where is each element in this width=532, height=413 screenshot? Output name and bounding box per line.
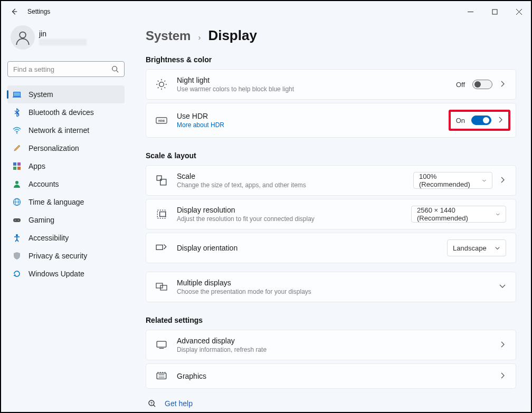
bluetooth-icon	[13, 108, 21, 117]
search-icon	[111, 65, 119, 73]
chevron-right-icon[interactable]	[500, 371, 506, 381]
svg-rect-14	[13, 167, 16, 170]
toggle-state: On	[456, 117, 465, 124]
sidebar-item-accessibility[interactable]: Accessibility	[7, 229, 125, 247]
apps-icon	[13, 162, 21, 170]
chevron-right-icon[interactable]	[498, 116, 504, 125]
chevron-right-icon[interactable]	[500, 80, 506, 89]
night-light-toggle[interactable]	[472, 80, 492, 89]
graphics-icon	[156, 370, 167, 382]
help-icon: ?	[148, 399, 156, 408]
search-input[interactable]	[7, 61, 125, 77]
sidebar-item-label: Accounts	[28, 180, 59, 188]
card-title: Use HDR	[177, 112, 449, 120]
toggle-state: Off	[456, 81, 465, 89]
svg-rect-42	[157, 341, 166, 347]
card-subtitle: Change the size of text, apps, and other…	[177, 181, 413, 189]
multiple-displays-icon	[156, 281, 167, 293]
sidebar-item-personalization[interactable]: Personalization	[7, 139, 125, 157]
card-multiple-displays[interactable]: Multiple displays Choose the presentatio…	[146, 272, 516, 302]
breadcrumb-current: Display	[208, 27, 257, 44]
resolution-dropdown[interactable]: 2560 × 1440 (Recommended)	[411, 206, 506, 223]
get-help-link[interactable]: ? Get help	[148, 399, 516, 408]
user-profile[interactable]: jin	[7, 25, 125, 50]
dropdown-value: Landscape	[453, 244, 487, 252]
svg-rect-39	[156, 245, 163, 250]
chevron-right-icon[interactable]	[500, 176, 506, 185]
globe-icon	[13, 198, 21, 206]
svg-rect-44	[157, 373, 166, 379]
chevron-right-icon[interactable]	[500, 340, 506, 350]
card-graphics[interactable]: Graphics	[146, 363, 516, 389]
breadcrumb-parent[interactable]: System	[146, 28, 191, 43]
sidebar-item-privacy[interactable]: Privacy & security	[7, 247, 125, 265]
card-title: Display orientation	[177, 244, 447, 252]
card-subtitle: Choose the presentation mode for your di…	[177, 288, 499, 295]
sidebar-item-network[interactable]: Network & internet	[7, 121, 125, 139]
shield-icon	[13, 252, 21, 260]
avatar-icon	[11, 25, 35, 50]
card-night-light[interactable]: Night light Use warmer colors to help bl…	[146, 69, 516, 100]
card-orientation[interactable]: Display orientation Landscape	[146, 233, 516, 263]
hdr-highlight-box: On	[449, 110, 510, 131]
sidebar-item-label: Accessibility	[28, 234, 69, 242]
maximize-button[interactable]	[482, 1, 507, 22]
sidebar-item-gaming[interactable]: Gaming	[7, 211, 125, 229]
hdr-toggle[interactable]	[471, 116, 491, 125]
svg-point-5	[20, 32, 26, 39]
user-name: jin	[39, 30, 87, 38]
close-button[interactable]	[507, 1, 531, 22]
svg-rect-15	[17, 167, 21, 170]
card-resolution[interactable]: Display resolution Adjust the resolution…	[146, 199, 516, 229]
chevron-down-icon	[496, 212, 500, 217]
sidebar-item-label: Bluetooth & devices	[28, 108, 94, 117]
accessibility-icon	[13, 234, 21, 242]
sidebar-item-windows-update[interactable]: Windows Update	[7, 265, 125, 283]
sidebar-item-label: Network & internet	[28, 126, 89, 135]
card-title: Graphics	[177, 372, 500, 380]
sidebar-item-time-language[interactable]: Time & language	[7, 193, 125, 211]
wifi-icon	[13, 126, 21, 135]
card-hdr[interactable]: HDR Use HDR More about HDR On	[146, 103, 516, 138]
minimize-button[interactable]	[458, 1, 482, 22]
svg-rect-12	[13, 162, 16, 166]
night-light-icon	[156, 79, 167, 90]
card-title: Advanced display	[177, 337, 500, 345]
hdr-more-link[interactable]: More about HDR	[177, 121, 449, 129]
person-icon	[13, 180, 21, 188]
svg-line-31	[158, 88, 159, 89]
svg-rect-9	[14, 92, 20, 96]
section-related-title: Related settings	[146, 316, 516, 324]
back-icon[interactable]	[11, 8, 18, 15]
dropdown-value: 2560 × 1440 (Recommended)	[417, 206, 489, 222]
chevron-down-icon	[482, 178, 487, 184]
card-advanced-display[interactable]: Advanced display Display information, re…	[146, 330, 516, 360]
card-scale[interactable]: Scale Change the size of text, apps, and…	[146, 165, 516, 196]
sidebar-item-apps[interactable]: Apps	[7, 157, 125, 175]
card-subtitle: Use warmer colors to help block blue lig…	[177, 85, 456, 93]
svg-text:?: ?	[150, 401, 153, 405]
svg-point-16	[15, 181, 18, 184]
card-title: Night light	[177, 76, 456, 84]
section-brightness-title: Brightness & color	[146, 55, 516, 64]
laptop-icon	[13, 90, 21, 99]
svg-point-22	[18, 220, 19, 221]
sidebar-item-label: Privacy & security	[28, 252, 87, 260]
hdr-icon: HDR	[156, 114, 167, 126]
sidebar-item-accounts[interactable]: Accounts	[7, 175, 125, 193]
chevron-right-icon: ›	[198, 33, 201, 42]
svg-point-24	[159, 82, 164, 87]
scale-dropdown[interactable]: 100% (Recommended)	[413, 172, 492, 189]
sidebar-item-label: Gaming	[28, 216, 54, 224]
search-field[interactable]	[13, 65, 111, 73]
svg-rect-38	[160, 212, 166, 217]
sidebar-item-bluetooth[interactable]: Bluetooth & devices	[7, 103, 125, 121]
orientation-dropdown[interactable]: Landscape	[447, 239, 506, 256]
svg-line-7	[117, 71, 119, 73]
svg-rect-20	[13, 218, 21, 222]
svg-point-23	[16, 234, 18, 236]
chevron-down-icon[interactable]	[499, 282, 506, 292]
sidebar-item-label: Windows Update	[28, 270, 84, 278]
sidebar-item-system[interactable]: System	[7, 85, 125, 103]
svg-point-21	[15, 220, 16, 221]
